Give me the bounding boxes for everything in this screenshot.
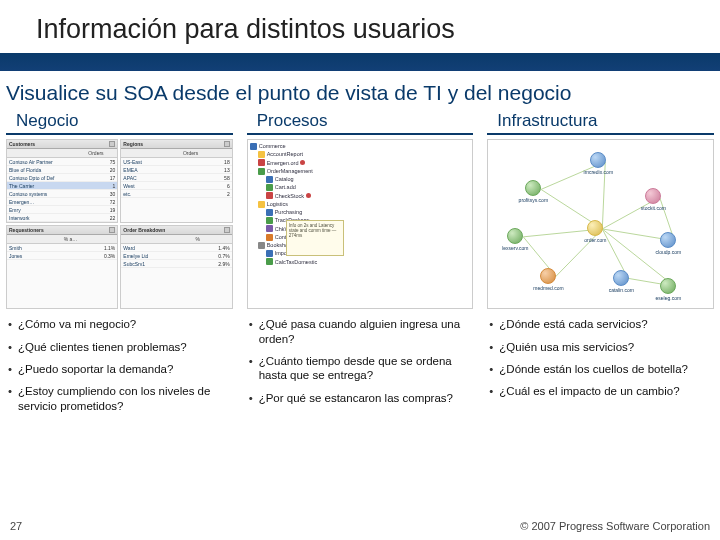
- infra-node: imcredix.com: [583, 152, 613, 175]
- procesos-visual: CommerceAccountReportEmergen.ordOrderMan…: [247, 139, 474, 309]
- bullet-item: ¿Puedo soportar la demanda?: [8, 362, 231, 376]
- proc-callout: Info on 2s and Latency state and comm ti…: [286, 220, 344, 256]
- bullet-item: ¿Qué pasa cuando alguien ingresa una ord…: [249, 317, 472, 346]
- panel-customers: CustomersOrdersContoso Air Partner75Blue…: [6, 139, 118, 223]
- infra-visual: imcredix.comprofitsys.comstockit.comlexs…: [487, 139, 714, 309]
- infra-node: medmed.com: [533, 268, 563, 291]
- bullet-item: ¿Cómo va mi negocio?: [8, 317, 231, 331]
- column-procesos: Procesos CommerceAccountReportEmergen.or…: [247, 109, 474, 421]
- column-negocio: Negocio CustomersOrdersContoso Air Partn…: [6, 109, 233, 421]
- infra-node: lexserv.com: [500, 228, 530, 251]
- col-head-infra: Infrastructura: [487, 109, 714, 135]
- column-infra: Infrastructura imcredix.comprofitsys.com…: [487, 109, 714, 421]
- infra-node: catalin.com: [606, 270, 636, 293]
- col-head-procesos: Procesos: [247, 109, 474, 135]
- infra-node: eseleg.com: [653, 278, 683, 301]
- page-number: 27: [10, 520, 22, 532]
- bullet-item: ¿Cuánto tiempo desde que se ordena hasta…: [249, 354, 472, 383]
- panel-requestioners: Requestioners% a…Smith1.1%Jones0.3%: [6, 225, 118, 309]
- infra-node: profitsys.com: [518, 180, 548, 203]
- bullet-item: ¿Dónde están los cuellos de botella?: [489, 362, 712, 376]
- negocio-visual: CustomersOrdersContoso Air Partner75Blue…: [6, 139, 233, 309]
- copyright: © 2007 Progress Software Corporation: [520, 520, 710, 532]
- col-head-negocio: Negocio: [6, 109, 233, 135]
- infra-node: order.com: [580, 220, 610, 243]
- page-title: Información para distintos usuarios: [36, 14, 720, 45]
- bullet-item: ¿Quién usa mis servicios?: [489, 340, 712, 354]
- footer: 27 © 2007 Progress Software Corporation: [0, 520, 720, 532]
- bullet-item: ¿Estoy cumpliendo con los niveles de ser…: [8, 384, 231, 413]
- bullet-item: ¿Qué clientes tienen problemas?: [8, 340, 231, 354]
- bullets-negocio: ¿Cómo va mi negocio?¿Qué clientes tienen…: [6, 317, 233, 421]
- bullet-item: ¿Dónde está cada servicios?: [489, 317, 712, 331]
- panel-regions: RegionsOrdersUS-East18EMEA13APAC58West6e…: [120, 139, 232, 223]
- bullet-item: ¿Cuál es el impacto de un cambio?: [489, 384, 712, 398]
- page-subtitle: Visualice su SOA desde el punto de vista…: [0, 71, 720, 109]
- bullets-procesos: ¿Qué pasa cuando alguien ingresa una ord…: [247, 317, 474, 413]
- panel-order_breakdown: Order Breakdown%Ward1.4%Emelye Ltd0.7%Su…: [120, 225, 232, 309]
- header-bar: [0, 53, 720, 71]
- infra-node: stockit.com: [638, 188, 668, 211]
- bullet-item: ¿Por qué se estancaron las compras?: [249, 391, 472, 405]
- infra-node: cloudp.com: [653, 232, 683, 255]
- bullets-infra: ¿Dónde está cada servicios?¿Quién usa mi…: [487, 317, 714, 407]
